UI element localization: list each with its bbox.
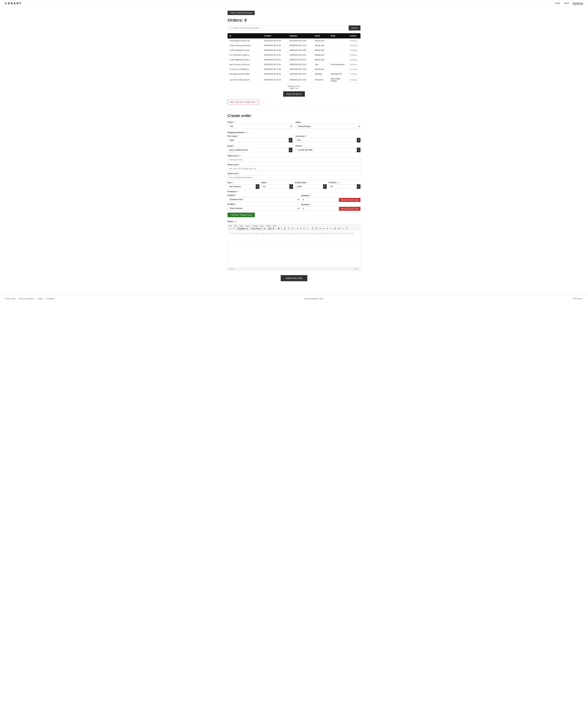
italic-button[interactable]: I [281, 227, 283, 230]
street3-input[interactable] [227, 175, 361, 180]
footer: Privacy Policy Terms & Conditions Credit… [0, 295, 588, 302]
align-right-button[interactable]: ≡ [303, 227, 305, 230]
back-to-top-button[interactable]: Back to top ∧ [573, 298, 583, 300]
cancel-order-button[interactable]: Never mind, don't create order ✕ [227, 100, 259, 104]
superscript-button[interactable]: x² [326, 227, 329, 230]
align-left-button[interactable]: ≡ [296, 227, 299, 230]
last-name-input-group: D [296, 138, 361, 142]
th-updated[interactable]: Updated ↑ [288, 33, 313, 39]
qty2-input[interactable] [301, 206, 337, 211]
cell-action[interactable]: Creating... [348, 53, 361, 57]
outdent-button[interactable]: ⇤ [322, 227, 325, 230]
phone-clear-button[interactable]: D [357, 148, 361, 152]
cell-id: PB4xxBg0o36p10TeU0Bm [227, 72, 262, 76]
state-input[interactable] [261, 184, 289, 189]
back-button[interactable]: < Back to Admin Dashboard [227, 11, 255, 15]
submit-button[interactable]: Submit new order [281, 275, 307, 281]
notes-content-area[interactable]: Jot down some notes such as major change… [227, 231, 361, 243]
notes-menu-format[interactable]: Format [252, 225, 258, 227]
cell-action[interactable]: Creating... [348, 67, 361, 72]
link-button[interactable]: 🔗 [287, 227, 291, 230]
cell-action[interactable]: Creating... [348, 72, 361, 76]
nav-about[interactable]: About [564, 2, 569, 5]
first-name-input[interactable] [227, 138, 289, 142]
bold-button[interactable]: B [277, 227, 280, 230]
notes-redo-button[interactable]: ↷ [232, 227, 235, 230]
cell-updated: 04/04/2023 @ 22:54 [288, 62, 313, 67]
notes-label: Notes: i [227, 220, 361, 222]
align-center-button[interactable]: ≡ [300, 227, 302, 230]
remove-product2-button[interactable]: Remove Products' entry [339, 207, 361, 211]
notes-menu-insert[interactable]: Insert [245, 225, 250, 227]
emoji-button[interactable]: ☺ [330, 227, 333, 230]
notes-font-select[interactable]: Times New R... [250, 227, 266, 230]
notes-paragraph-select[interactable]: Paragraph [236, 227, 249, 230]
search-input[interactable] [227, 25, 349, 30]
cell-action[interactable]: Creating... [348, 76, 361, 83]
search-button[interactable]: Search [349, 25, 361, 30]
font-color-button[interactable]: A [291, 227, 294, 230]
city-clear-button[interactable]: D [256, 184, 260, 189]
notes-menu-edit[interactable]: Edit [234, 225, 237, 227]
qty1-input[interactable] [301, 197, 337, 202]
phone-input[interactable] [296, 148, 357, 152]
nav-home[interactable]: Home [555, 2, 560, 5]
shop-select[interactable]: Canary Bodega [296, 124, 361, 129]
notes-word-count: 0 words [229, 268, 234, 270]
notes-menu-file[interactable]: File [229, 225, 232, 227]
number-list-button[interactable]: ☰ [315, 227, 318, 230]
cell-updated: 05/10/2023 @ 15:49 [288, 39, 313, 43]
notes-menu-bar: File Edit View Insert Format Tools Table… [229, 225, 359, 227]
th-created[interactable]: Created [262, 33, 288, 39]
code-button[interactable]: </> [337, 227, 341, 230]
indent-button[interactable]: ⇥ [319, 227, 321, 230]
products-label: Products: * [227, 190, 361, 193]
city-input[interactable] [227, 184, 256, 189]
last-name-group: Last name: * D [296, 135, 361, 142]
special-char-button[interactable]: Ω [334, 227, 336, 230]
product2-select[interactable]: Plain Crewneck [227, 206, 300, 211]
nav-dashboard[interactable]: Dashboard [573, 2, 583, 5]
cell-action[interactable]: Creating... [348, 39, 361, 43]
cell-shop [329, 39, 348, 43]
postal-input[interactable] [295, 184, 323, 189]
remove-product1-button[interactable]: Remove Products' entry [339, 198, 361, 202]
email-clear-button[interactable]: D [289, 148, 292, 152]
underline-button[interactable]: U [284, 227, 286, 230]
last-name-input[interactable] [296, 138, 357, 142]
client-select[interactable]: Test [227, 124, 292, 129]
country-input[interactable] [328, 184, 357, 189]
cell-action[interactable]: Creating... [348, 62, 361, 67]
footer-terms[interactable]: Terms & Conditions [19, 298, 33, 300]
first-name-clear-button[interactable]: D [289, 138, 292, 142]
footer-privacy[interactable]: Privacy Policy [5, 298, 15, 300]
footer-feedback[interactable]: Feedback? [46, 298, 55, 300]
street1-input[interactable] [227, 158, 361, 162]
postal-clear-button[interactable]: D [323, 184, 327, 189]
table-row: NnRYIfo0yQiqTZPDe1v0 04/04/2023 @ 22:54 … [227, 62, 361, 67]
footer-credits[interactable]: Credits [38, 298, 43, 300]
notes-size-select[interactable]: 12pt [267, 227, 275, 230]
cell-action[interactable]: Creating... [348, 43, 361, 48]
bullet-list-button[interactable]: ☰ [311, 227, 314, 230]
add-product-button[interactable]: + Add new "Products" entry [227, 213, 255, 217]
street2-input[interactable] [227, 166, 361, 171]
notes-large-area[interactable] [227, 243, 361, 267]
align-justify-button[interactable]: ≡ [306, 227, 309, 230]
code2-button[interactable]: ◇ [342, 227, 345, 230]
notes-menu-view[interactable]: View [240, 225, 243, 227]
cell-action[interactable]: Creating... [348, 57, 361, 62]
notes-menu-tools[interactable]: Tools [260, 225, 264, 227]
product1-select[interactable]: Example Colors [227, 197, 300, 202]
misc-button[interactable]: ✦ [345, 227, 348, 230]
last-name-clear-button[interactable]: D [357, 138, 361, 142]
cell-action[interactable]: Creating... [348, 48, 361, 53]
email-input[interactable] [227, 148, 289, 152]
notes-menu-table[interactable]: Table [266, 225, 270, 227]
country-clear-button[interactable]: D [357, 184, 361, 189]
state-clear-button[interactable]: D [289, 184, 293, 189]
notes-undo-button[interactable]: ↶ [229, 227, 232, 230]
notes-menu-help[interactable]: Help [273, 225, 276, 227]
export-button[interactable]: Export all data ⬇ [283, 91, 305, 97]
cell-id: SioW1v0N0WcBqST7N2vY [227, 57, 262, 62]
